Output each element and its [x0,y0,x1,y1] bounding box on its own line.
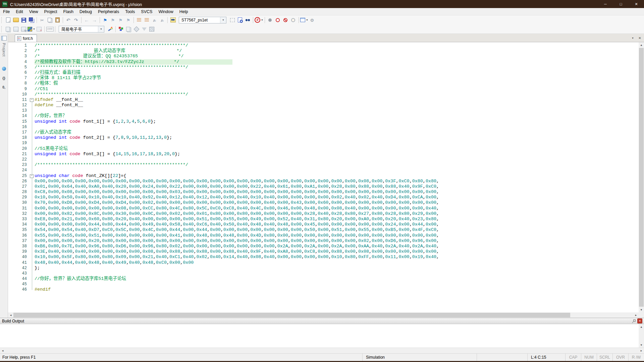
code-line[interactable]: 45 [8,282,639,287]
menu-flash[interactable]: Flash [60,8,76,15]
code-line[interactable]: 390x3E,0x40,0x00,0x40,0x00,0x00,0x00,0x0… [8,249,639,254]
build-output-scrollbar[interactable]: ▲ ▼ [639,324,644,348]
sel-mesh-button[interactable] [148,25,156,33]
menu-debug[interactable]: Debug [76,8,95,15]
options-target-button[interactable] [106,25,114,33]
menu-file[interactable]: File [0,8,13,15]
code-line[interactable]: 290x10,0x00,0x50,0x40,0x10,0x40,0x10,0x4… [8,195,639,200]
code-line[interactable]: 3/* 建议反馈：QQ 624353765 */ [8,54,639,59]
scroll-right-icon[interactable]: ▸ [639,348,644,353]
scroll-left-icon[interactable]: ◂ [8,312,13,318]
code-line[interactable]: 12#define __font_H__ [8,103,639,108]
code-line[interactable]: 16 [8,124,639,130]
bp-enable-button[interactable] [274,16,282,24]
fold-collapse-icon[interactable]: − [30,174,34,178]
code-line[interactable]: 9//C51 [8,86,639,92]
code-line[interactable]: 46#endif [8,287,639,292]
comment-sel-button[interactable] [151,16,158,24]
menu-edit[interactable]: Edit [13,8,26,15]
code-line[interactable]: 370x00,0x00,0x00,0x00,0x20,0x80,0x00,0x8… [8,238,639,244]
uncomment-sel-button[interactable] [158,16,166,24]
code-line[interactable]: 7//宋体 8 11×11 单字占22字节 [8,75,639,81]
combo-dropdown-icon[interactable]: ▼ [98,26,104,32]
bookmark-clear-button[interactable] [124,16,132,24]
menu-window[interactable]: Window [155,8,176,15]
copy-button[interactable] [46,16,54,24]
code-line[interactable]: 22 [8,157,639,162]
code-line[interactable]: 1/**************************************… [8,43,639,48]
code-line[interactable]: 15unsigned int code font_1[] = {1,2,3,4,… [8,119,639,124]
combo-dropdown-icon[interactable]: ▼ [220,17,226,23]
file-ext-button[interactable] [117,25,125,33]
dropdown-arrow-icon[interactable]: ▼ [306,19,308,21]
build-button[interactable] [12,25,20,33]
configure-button[interactable] [308,16,316,24]
nav-back-button[interactable] [83,16,91,24]
nav-forward-button[interactable] [91,16,98,24]
minimize-button[interactable]: ─ [598,0,613,8]
project-window-icon[interactable] [1,36,7,41]
redo-button[interactable] [72,16,80,24]
menu-peripherals[interactable]: Peripherals [95,8,122,15]
build-output-content[interactable]: ▲ ▼ [0,324,644,348]
pin-icon[interactable] [632,319,636,323]
translate-button[interactable] [4,25,12,33]
multi-project-button[interactable] [125,25,132,33]
code-line[interactable]: 320x00,0x80,0x82,0x00,0x8C,0x00,0x30,0x0… [8,211,639,217]
find-in-files-button[interactable] [169,16,177,24]
code-line[interactable]: 410x48,0x40,0x44,0x40,0x48,0x40,0x49,0x4… [8,260,639,265]
menu-help[interactable]: Help [176,8,191,15]
bookmark-next-button[interactable] [117,16,124,24]
build-output-horizontal-scrollbar[interactable]: ◂ ▸ [0,348,644,353]
target-value-combo[interactable]: 简易电子书▼ [59,26,104,33]
dropdown-arrow-icon[interactable]: ▼ [33,28,35,30]
editor-vertical-scrollbar[interactable]: ▲ ▼ [639,42,644,312]
stop-build-button[interactable] [35,25,43,33]
templates-window-button[interactable] [1,84,7,90]
code-line[interactable]: 44//你好，世界？嵌入式动态字库51黑电子论坛 [8,276,639,282]
code-line[interactable]: 350x54,0x00,0x54,0x40,0xD7,0xC0,0x5C,0x0… [8,227,639,233]
bp-insert-button[interactable] [266,16,274,24]
code-line[interactable]: 4/*视频教程及软件下载：https://b23.tv/FZZycJz */ [8,59,639,65]
scroll-down-icon[interactable]: ▼ [639,307,644,312]
debug-button[interactable]: ▼ [255,16,263,24]
select-target-value-combo[interactable]: ST7567_ps1et▼ [179,17,226,23]
code-line[interactable]: 25−unsigned char code font_ZK[][22]={ [8,173,639,179]
cut-button[interactable] [38,16,46,24]
save-all-button[interactable] [28,16,35,24]
sel-funnel-button[interactable] [140,25,148,33]
menu-svcs[interactable]: SVCS [138,8,155,15]
code-line[interactable]: 14//你好，世界？ [8,113,639,119]
code-line[interactable]: 19 [8,140,639,146]
new-file-button[interactable] [4,16,12,24]
scroll-right-icon[interactable]: ▸ [633,312,639,318]
code-line[interactable]: 5/**************************************… [8,65,639,70]
undo-button[interactable] [64,16,72,24]
menu-view[interactable]: View [26,8,41,15]
code-line[interactable]: 11−#ifndef __font_H__ [8,97,639,103]
code-line[interactable]: 21unsigned int code font_3[] = {14,15,16… [8,152,639,157]
menu-tools[interactable]: Tools [122,8,138,15]
code-line[interactable]: 340x00,0x00,0x00,0x00,0x44,0x80,0x44,0x0… [8,222,639,227]
code-line[interactable]: 42}; [8,265,639,271]
maximize-button[interactable]: □ [613,0,629,8]
scroll-up-icon[interactable]: ▲ [639,42,644,48]
books-window-button[interactable] [1,66,7,72]
project-dock-label[interactable]: Project [2,43,6,57]
code-line[interactable]: 310x00,0x00,0x00,0x00,0x00,0x00,0x08,0x0… [8,206,639,211]
build-output-close-icon[interactable]: ✕ [637,318,642,323]
editor-horizontal-scrollbar[interactable]: ◂ ▸ [8,312,639,318]
dropdown-arrow-icon[interactable]: ▼ [261,19,263,21]
code-line[interactable]: 280xC8,0x00,0x08,0x00,0x00,0x00,0x00,0x0… [8,189,639,195]
code-line[interactable]: 6//扫描方式：垂直扫描 [8,70,639,75]
code-line[interactable]: 18unsigned int code font_2[] = {7,8,9,10… [8,135,639,140]
sel-diamond-button[interactable] [132,25,140,33]
code-line[interactable]: 43 [8,271,639,276]
code-area[interactable]: 1/**************************************… [8,42,639,312]
code-line[interactable]: 400x10,0x00,0x5F,0x80,0x00,0x80,0x09,0x0… [8,254,639,260]
indent-button[interactable] [135,16,143,24]
code-line[interactable]: 2/* 嵌入式动态字库 */ [8,48,639,54]
code-line[interactable]: 20//51黑电子论坛 [8,146,639,152]
fullscreen-button[interactable] [228,16,236,24]
code-line[interactable]: 13 [8,108,639,113]
